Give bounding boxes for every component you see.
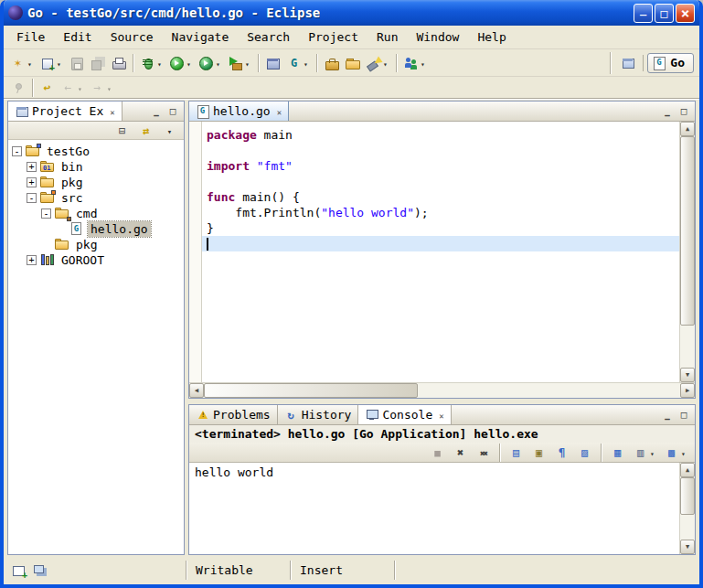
- open-type-button[interactable]: [321, 52, 342, 74]
- tab-history[interactable]: History: [278, 405, 359, 424]
- new-wizard-button[interactable]: [7, 52, 37, 74]
- maximize-view-button[interactable]: [676, 104, 692, 119]
- dropdown-arrow-icon[interactable]: [214, 56, 222, 69]
- menu-project[interactable]: Project: [299, 27, 367, 47]
- code-line-current[interactable]: [202, 236, 679, 251]
- console-output[interactable]: hello world: [189, 463, 679, 554]
- dropdown-arrow-icon[interactable]: [76, 80, 84, 94]
- dropdown-arrow-icon[interactable]: [648, 445, 656, 459]
- display-selected-button[interactable]: [630, 442, 659, 464]
- minimize-view-button[interactable]: [659, 104, 676, 119]
- tab-problems[interactable]: Problems: [189, 405, 278, 424]
- open-resource-button[interactable]: [342, 52, 363, 74]
- pin-console-button[interactable]: [607, 442, 628, 464]
- close-tab-icon[interactable]: [439, 408, 443, 422]
- save-all-button[interactable]: [87, 52, 108, 74]
- search-button[interactable]: [363, 52, 392, 74]
- team-button[interactable]: [400, 52, 430, 74]
- word-wrap-button[interactable]: [551, 442, 572, 464]
- link-with-editor-button[interactable]: [135, 120, 156, 142]
- dropdown-arrow-icon[interactable]: [26, 56, 34, 69]
- external-tools-button[interactable]: [225, 52, 254, 74]
- tab-console[interactable]: Console: [358, 405, 451, 424]
- tab-project-explorer[interactable]: Project Ex: [8, 102, 122, 121]
- dropdown-arrow-icon[interactable]: [302, 56, 310, 69]
- code-line[interactable]: package main: [202, 127, 679, 143]
- save-output-button[interactable]: [506, 442, 527, 464]
- save-button[interactable]: [66, 52, 87, 74]
- forward-button[interactable]: [87, 77, 116, 99]
- menu-navigate[interactable]: Navigate: [163, 27, 239, 47]
- editor-horizontal-scrollbar[interactable]: [189, 382, 695, 398]
- code-area[interactable]: package mainimport "fmt"func main() { fm…: [202, 122, 679, 382]
- code-line[interactable]: import "fmt": [202, 158, 679, 174]
- minimize-view-button[interactable]: [659, 408, 676, 422]
- new-go-file-button[interactable]: [283, 52, 313, 74]
- annotation-ruler[interactable]: [189, 122, 202, 382]
- dropdown-arrow-icon[interactable]: [105, 80, 113, 94]
- console-vertical-scrollbar[interactable]: [679, 463, 695, 554]
- menu-source[interactable]: Source: [101, 27, 163, 47]
- pin-editor-button[interactable]: [7, 77, 28, 99]
- maximize-window-button[interactable]: [655, 4, 674, 23]
- tree-item-hello.go[interactable]: Ghello.go: [10, 221, 184, 237]
- scroll-right-button[interactable]: [680, 383, 695, 398]
- code-line[interactable]: fmt.Println("hello world");: [202, 205, 679, 220]
- remove-all-terminated-button[interactable]: [473, 442, 494, 464]
- dropdown-arrow-icon[interactable]: [243, 56, 251, 69]
- tree-expander[interactable]: +: [27, 255, 37, 265]
- menu-run[interactable]: Run: [367, 27, 407, 47]
- title-bar[interactable]: Go - testGo/src/cmd/hello.go - Eclipse: [4, 0, 699, 26]
- run-last-button[interactable]: [196, 52, 225, 74]
- back-button[interactable]: [58, 77, 87, 99]
- clear-console-button[interactable]: [574, 442, 595, 464]
- scroll-left-button[interactable]: [189, 383, 204, 398]
- scrollbar-thumb[interactable]: [680, 136, 695, 326]
- new-go-project-button[interactable]: [262, 52, 283, 74]
- fast-view-icon[interactable]: [12, 563, 27, 578]
- remove-launch-button[interactable]: [450, 442, 471, 464]
- tree-item-GOROOT[interactable]: +GOROOT: [10, 252, 184, 268]
- minimize-view-button[interactable]: [148, 104, 165, 119]
- dropdown-arrow-icon[interactable]: [155, 56, 164, 69]
- tree-expander[interactable]: -: [27, 193, 37, 203]
- minimize-window-button[interactable]: [634, 4, 653, 23]
- dropdown-arrow-icon[interactable]: [185, 56, 193, 69]
- menu-edit[interactable]: Edit: [54, 27, 101, 47]
- tree-expander[interactable]: -: [41, 208, 51, 219]
- tab-hello-go[interactable]: hello.go: [189, 102, 289, 121]
- menu-help[interactable]: Help: [468, 27, 515, 47]
- view-menu-button[interactable]: [159, 120, 180, 142]
- last-edit-location-button[interactable]: [37, 77, 58, 99]
- scrollbar-thumb[interactable]: [204, 383, 418, 398]
- close-tab-icon[interactable]: [110, 104, 114, 118]
- tree-item-testGo[interactable]: -testGo: [10, 144, 184, 159]
- open-console-button[interactable]: [661, 442, 690, 464]
- open-perspective-button[interactable]: [618, 52, 639, 74]
- scroll-lock-button[interactable]: [528, 442, 549, 464]
- maximize-view-button[interactable]: [165, 104, 181, 119]
- terminate-button[interactable]: [427, 442, 448, 464]
- perspective-go-button[interactable]: Go: [647, 53, 694, 73]
- tree-expander[interactable]: +: [27, 177, 37, 187]
- run-button[interactable]: [166, 52, 196, 74]
- scroll-up-button[interactable]: [680, 463, 695, 477]
- menu-search[interactable]: Search: [238, 27, 299, 47]
- dropdown-arrow-icon[interactable]: [419, 56, 427, 69]
- dropdown-arrow-icon[interactable]: [55, 56, 63, 69]
- menu-file[interactable]: File: [7, 27, 54, 47]
- tree-item-pkg[interactable]: pkg: [10, 237, 184, 252]
- dropdown-arrow-icon[interactable]: [381, 56, 389, 69]
- scroll-down-button[interactable]: [680, 540, 695, 554]
- scroll-up-button[interactable]: [680, 122, 695, 136]
- collapse-all-button[interactable]: [112, 120, 133, 142]
- close-tab-icon[interactable]: [277, 104, 282, 118]
- debug-button[interactable]: [137, 52, 166, 74]
- code-line[interactable]: }: [202, 220, 679, 236]
- tree-expander[interactable]: +: [27, 162, 37, 172]
- close-window-button[interactable]: [676, 4, 695, 23]
- code-line[interactable]: func main() {: [202, 189, 679, 205]
- view-stack-icon[interactable]: [32, 563, 48, 578]
- tree-item-bin[interactable]: +01bin: [10, 159, 184, 175]
- code-line[interactable]: [202, 174, 679, 189]
